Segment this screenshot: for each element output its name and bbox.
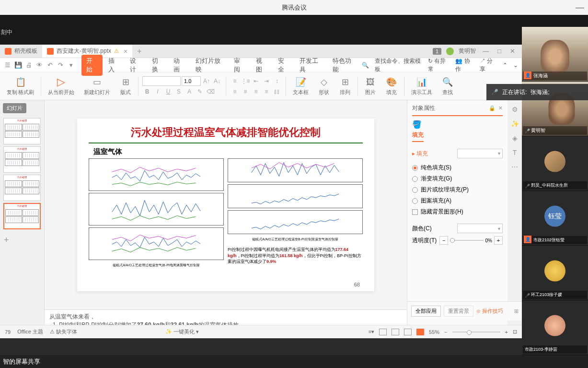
- font-size[interactable]: [182, 76, 201, 86]
- fit-window[interactable]: ⊡: [513, 329, 517, 335]
- font-color[interactable]: A: [185, 87, 194, 96]
- arrange-button[interactable]: ⊞ 排列: [336, 76, 354, 96]
- presenter-button[interactable]: 📊 演示工具: [408, 76, 435, 96]
- bold-button[interactable]: B: [143, 87, 151, 96]
- paint-bucket-icon[interactable]: 🪣: [412, 120, 422, 129]
- text-icon[interactable]: T: [510, 148, 519, 157]
- columns[interactable]: ⫿⫿: [273, 87, 281, 96]
- textbox-button[interactable]: 📝 文本框: [290, 76, 311, 96]
- gradient-fill-option[interactable]: 渐变填充(G): [412, 175, 503, 183]
- reading-view[interactable]: [404, 329, 412, 335]
- clear-format[interactable]: ⌫: [206, 87, 215, 96]
- numbering[interactable]: ⋮≡: [241, 77, 250, 85]
- video-tile-4[interactable]: 钰莹 👤市政2102张钰莹: [522, 191, 588, 246]
- exception-link[interactable]: ↻ 有异常: [428, 57, 450, 73]
- close-icon[interactable]: ×: [124, 47, 127, 55]
- shape-button[interactable]: ◇ 形状: [315, 76, 333, 96]
- indent-inc[interactable]: ⇥: [262, 77, 271, 85]
- bullets[interactable]: ≡: [231, 77, 239, 85]
- indent-dec[interactable]: ⇤: [252, 77, 260, 85]
- animation-icon[interactable]: ✨: [510, 119, 519, 128]
- find-button[interactable]: 🔍 查找: [439, 76, 456, 96]
- slide-canvas[interactable]: 污水处理过程温室气体减排智能优化控制 温室气体: [45, 100, 407, 309]
- redo-icon[interactable]: ↷: [57, 61, 64, 69]
- video-tile-5[interactable]: 环工2103徐子媛: [522, 246, 588, 300]
- color-picker[interactable]: ▾: [457, 224, 503, 233]
- zoom-level[interactable]: 55%: [429, 329, 439, 335]
- ribbon-tab-slideshow[interactable]: 幻灯片放映: [191, 55, 229, 76]
- window-close[interactable]: ✕: [508, 47, 517, 55]
- transparency-decrease[interactable]: −: [439, 236, 448, 245]
- object-icon[interactable]: ◈: [510, 134, 519, 142]
- fill-button[interactable]: 🎨 填充: [383, 76, 400, 96]
- align-left[interactable]: ≡: [231, 87, 239, 96]
- menu-icon[interactable]: ☰: [4, 61, 12, 69]
- ribbon-tab-view[interactable]: 视图: [251, 55, 272, 76]
- paste-icon[interactable]: 📋: [15, 76, 26, 88]
- decrease-font[interactable]: A↓: [213, 77, 221, 85]
- layout-icon[interactable]: ⊞: [120, 76, 131, 88]
- italic-button[interactable]: I: [153, 87, 162, 96]
- video-tile-1[interactable]: 👤张海涵: [522, 27, 588, 82]
- zoom-out[interactable]: −: [444, 329, 447, 335]
- ribbon-tab-design[interactable]: 设计: [125, 55, 146, 76]
- save-icon[interactable]: 💾: [14, 61, 22, 69]
- increase-font[interactable]: A↑: [202, 77, 211, 85]
- align-center[interactable]: ≡: [241, 87, 250, 96]
- fill-dropdown[interactable]: ▾: [457, 149, 503, 158]
- preview-icon[interactable]: 👁: [35, 61, 43, 69]
- minimize-button[interactable]: —: [576, 2, 584, 12]
- beautify-button[interactable]: ✨ 一键美化 ▾: [165, 328, 199, 335]
- thumbnail-slide-active[interactable]: 污水处理: [3, 203, 41, 229]
- more-icon[interactable]: ⋯: [510, 163, 519, 171]
- strike-button[interactable]: S: [174, 87, 183, 96]
- align-right[interactable]: ≡: [252, 87, 260, 96]
- apply-all-button[interactable]: 全部应用: [411, 306, 441, 317]
- zoom-in[interactable]: +: [505, 329, 508, 335]
- ribbon-tab-insert[interactable]: 插入: [104, 55, 125, 76]
- font-selector[interactable]: [142, 76, 181, 86]
- new-slide-group[interactable]: ▭ 新建幻灯片: [81, 76, 113, 96]
- layout-group[interactable]: ⊞ 版式: [117, 76, 134, 96]
- pattern-fill-option[interactable]: 图案填充(A): [412, 197, 503, 205]
- ribbon-more[interactable]: ⌄: [513, 62, 518, 69]
- ribbon-tab-review[interactable]: 审阅: [229, 55, 250, 76]
- play-group[interactable]: ▷ 从当前开始: [45, 76, 77, 96]
- share-link[interactable]: ↗ 分享: [480, 57, 497, 73]
- reset-bg-button[interactable]: 重置背景: [444, 306, 473, 317]
- thumbnail-slide[interactable]: 污水处理: [3, 118, 41, 144]
- picture-fill-option[interactable]: 图片或纹理填充(P): [412, 186, 503, 194]
- missing-font[interactable]: ⚠ 缺失字体: [50, 328, 77, 335]
- thumbnail-slide[interactable]: 污水处理: [3, 175, 41, 201]
- ribbon-tab-security[interactable]: 安全: [273, 55, 294, 76]
- underline-button[interactable]: U: [164, 87, 173, 96]
- solid-fill-option[interactable]: 纯色填充(S): [412, 164, 503, 172]
- window-minimize[interactable]: —: [481, 47, 491, 55]
- ribbon-tab-start[interactable]: 开始: [81, 55, 103, 76]
- grid-icon[interactable]: ⊞: [514, 308, 519, 314]
- zoom-slider[interactable]: [452, 332, 500, 332]
- normal-view[interactable]: [379, 329, 387, 335]
- notes-icon[interactable]: ≡▾: [369, 329, 374, 335]
- fill-section[interactable]: ▸ 填充: [412, 150, 428, 158]
- new-slide-icon[interactable]: ▭: [92, 76, 103, 88]
- picture-button[interactable]: 🖼 图片: [362, 76, 379, 96]
- thumbnail-slide[interactable]: 污水处理: [3, 146, 41, 173]
- play-icon[interactable]: ▷: [56, 76, 67, 88]
- video-tile-3[interactable]: 邢昊_中科院水生所: [522, 136, 588, 191]
- user-avatar[interactable]: [446, 47, 454, 55]
- styles-icon[interactable]: ⚙: [510, 105, 519, 114]
- undo-icon[interactable]: ↶: [46, 61, 54, 69]
- collab-link[interactable]: 👥 协作: [455, 57, 474, 73]
- add-slide-button[interactable]: +: [0, 231, 44, 249]
- highlight[interactable]: ✎: [196, 87, 204, 96]
- pin-icon[interactable]: 🔒: [489, 105, 496, 111]
- dropdown-icon[interactable]: ▾: [67, 61, 75, 69]
- window-maximize[interactable]: □: [496, 47, 503, 55]
- align-justify[interactable]: ≡: [262, 87, 271, 96]
- hide-bg-option[interactable]: 隐藏背景图形(H): [412, 208, 503, 216]
- slide[interactable]: 污水处理过程温室气体减排智能优化控制 温室气体: [77, 119, 374, 291]
- thumbnail-panel[interactable]: 幻灯片 污水处理 污水处理 污水处理 污水处理 +: [0, 100, 45, 337]
- print-icon[interactable]: 🖨: [25, 61, 33, 69]
- ribbon-collapse[interactable]: ⌃: [503, 62, 507, 69]
